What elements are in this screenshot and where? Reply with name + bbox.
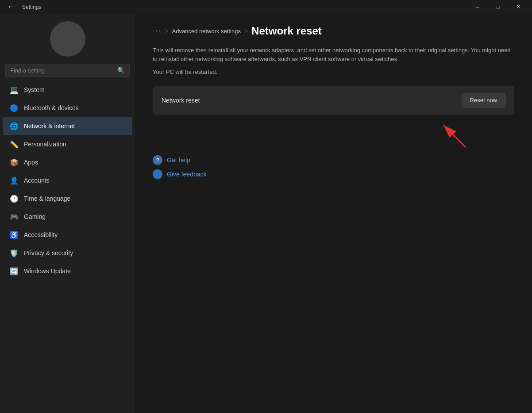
- sidebar-item-label-update: Windows Update: [24, 268, 71, 275]
- description-text: This will remove then reinstall all your…: [153, 46, 514, 63]
- sidebar-item-label-accessibility: Accessibility: [24, 231, 58, 238]
- search-input[interactable]: [10, 67, 117, 74]
- search-icon: 🔍: [117, 67, 125, 74]
- sidebar-item-bluetooth[interactable]: 🔵Bluetooth & devices: [3, 99, 132, 117]
- sidebar-item-label-privacy: Privacy & security: [24, 249, 73, 256]
- sidebar-item-label-accounts: Accounts: [24, 177, 50, 184]
- sidebar-item-accounts[interactable]: 👤Accounts: [3, 172, 132, 189]
- sidebar-item-label-system: System: [24, 86, 45, 93]
- app-layout: 🔍 💻System🔵Bluetooth & devices🌐Network & …: [0, 14, 532, 413]
- sidebar-item-time[interactable]: 🕐Time & language: [3, 190, 132, 207]
- search-box[interactable]: 🔍: [5, 64, 130, 77]
- sidebar-item-label-gaming: Gaming: [24, 213, 46, 220]
- avatar: [50, 21, 85, 57]
- help-links: ? Get help 👤 Give feedback: [153, 155, 514, 179]
- titlebar-left: ← Settings: [4, 0, 41, 13]
- sidebar-item-gaming[interactable]: 🎮Gaming: [3, 208, 132, 226]
- sidebar-item-system[interactable]: 💻System: [3, 81, 132, 99]
- give-feedback-icon: 👤: [153, 169, 162, 179]
- sidebar-item-apps[interactable]: 📦Apps: [3, 153, 132, 171]
- close-button[interactable]: ✕: [508, 0, 528, 14]
- privacy-icon: 🛡️: [10, 249, 19, 257]
- svg-line-1: [443, 125, 466, 147]
- titlebar-title: Settings: [22, 4, 41, 10]
- system-icon: 💻: [10, 85, 19, 94]
- breadcrumb-dots: ···: [153, 27, 161, 35]
- minimize-button[interactable]: ─: [467, 0, 488, 14]
- nav-container: 💻System🔵Bluetooth & devices🌐Network & in…: [0, 80, 135, 280]
- reset-now-button[interactable]: Reset now: [462, 93, 505, 107]
- give-feedback-link[interactable]: 👤 Give feedback: [153, 169, 514, 179]
- titlebar: ← Settings ─ □ ✕: [0, 0, 532, 14]
- apps-icon: 📦: [10, 158, 19, 167]
- get-help-icon: ?: [153, 155, 162, 165]
- update-icon: 🔄: [10, 267, 19, 275]
- back-button[interactable]: ←: [4, 0, 19, 13]
- arrow-icon: [435, 121, 470, 152]
- main-content: ··· > Advanced network settings > Networ…: [135, 14, 532, 413]
- titlebar-controls: ─ □ ✕: [467, 0, 528, 14]
- get-help-label: Get help: [167, 157, 190, 164]
- sidebar-item-label-personalization: Personalization: [24, 141, 66, 148]
- breadcrumb-advanced-link[interactable]: Advanced network settings: [172, 28, 241, 34]
- sidebar-item-update[interactable]: 🔄Windows Update: [3, 262, 132, 280]
- sidebar-item-accessibility[interactable]: ♿Accessibility: [3, 226, 132, 244]
- sidebar-item-label-apps: Apps: [24, 159, 38, 166]
- sidebar-item-label-time: Time & language: [24, 195, 70, 202]
- sidebar-item-personalization[interactable]: ✏️Personalization: [3, 135, 132, 153]
- network-reset-label: Network reset: [162, 97, 200, 104]
- breadcrumb-current: Network reset: [251, 25, 322, 37]
- network-icon: 🌐: [10, 122, 19, 130]
- sidebar-item-label-bluetooth: Bluetooth & devices: [24, 104, 79, 111]
- get-help-link[interactable]: ? Get help: [153, 155, 514, 165]
- accessibility-icon: ♿: [10, 230, 19, 239]
- give-feedback-label: Give feedback: [167, 171, 207, 178]
- sidebar: 🔍 💻System🔵Bluetooth & devices🌐Network & …: [0, 14, 135, 413]
- time-icon: 🕐: [10, 194, 19, 203]
- restart-note: Your PC will be restarted.: [153, 69, 514, 75]
- maximize-button[interactable]: □: [488, 0, 508, 14]
- sidebar-item-privacy[interactable]: 🛡️Privacy & security: [3, 244, 132, 262]
- personalization-icon: ✏️: [10, 140, 19, 149]
- breadcrumb: ··· > Advanced network settings > Networ…: [153, 25, 514, 37]
- arrow-annotation: [153, 125, 514, 152]
- network-reset-card: Network reset Reset now: [153, 86, 514, 115]
- breadcrumb-sep2: >: [244, 27, 248, 34]
- sidebar-item-label-network: Network & internet: [24, 122, 75, 130]
- breadcrumb-sep1: >: [165, 27, 168, 34]
- accounts-icon: 👤: [10, 176, 19, 185]
- bluetooth-icon: 🔵: [10, 103, 19, 112]
- sidebar-item-network[interactable]: 🌐Network & internet: [3, 117, 132, 135]
- gaming-icon: 🎮: [10, 212, 19, 221]
